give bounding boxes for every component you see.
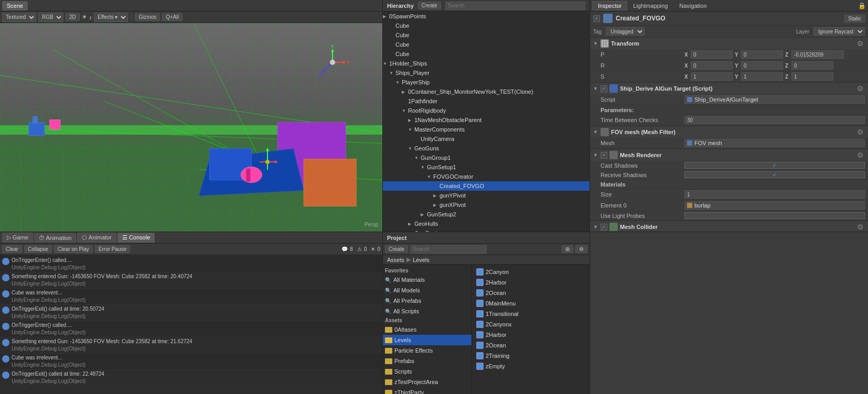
folder-particle-effects[interactable]: Particle Effects — [383, 345, 471, 356]
mesh-renderer-header[interactable]: ▼ ✓ Mesh Renderer ⚙ — [590, 149, 868, 161]
folder-all-models[interactable]: 🔍 All Models — [383, 285, 471, 296]
console-row-4[interactable]: OnTriggerExit() called at time: 20.50724… — [0, 305, 382, 321]
tree-item-navmesh[interactable]: ▶ 1NavMeshObstacleParent — [383, 115, 590, 125]
mesh-collider-header[interactable]: ▼ ✓ Mesh Collider ⚙ — [590, 221, 868, 232]
script-menu[interactable]: ⚙ — [856, 84, 865, 93]
transform-header[interactable]: ▼ Transform ⚙ — [590, 38, 868, 49]
folder-all-scripts[interactable]: 🔍 All Scripts — [383, 306, 471, 316]
scale-z-input[interactable] — [791, 72, 833, 81]
tree-item-geoguns[interactable]: ▼ GeoGuns — [383, 144, 590, 153]
hierarchy-search-input[interactable] — [445, 2, 585, 10]
script-enabled-checkbox[interactable]: ✓ — [601, 85, 607, 92]
tree-item-gunypivot[interactable]: ▶ gunYPivot — [383, 191, 590, 200]
object-enabled-checkbox[interactable]: ✓ — [593, 15, 600, 22]
tree-item-0spawnpoints[interactable]: ▶ 0SpawnPoints — [383, 12, 590, 21]
console-row-7[interactable]: Cube was irrelevent... UnityEngine.Debug… — [0, 354, 382, 370]
cast-shadows-checkbox[interactable] — [684, 162, 865, 169]
project-search-input[interactable] — [410, 245, 487, 254]
rot-x-input[interactable] — [691, 61, 733, 70]
pos-z-input[interactable] — [791, 50, 844, 59]
tree-item-pathfinder[interactable]: 1Pathfinder — [383, 96, 590, 106]
project-settings-btn[interactable]: ⚙ — [575, 245, 587, 253]
pos-x-input[interactable] — [691, 50, 733, 59]
gizmos-button[interactable]: Gizmos — [135, 13, 160, 21]
console-row-5[interactable]: OnTriggerEnter() called.... UnityEngine.… — [0, 321, 382, 337]
asset-0mainmenu[interactable]: 🌐 0MainMenu — [474, 298, 587, 309]
folder-all-prefabs[interactable]: 🔍 All Prefabs — [383, 296, 471, 306]
layer-select[interactable]: Ignore Raycast — [813, 27, 865, 36]
folder-all-materials[interactable]: 🔍 All Materials — [383, 275, 471, 285]
folder-0atlases[interactable]: 0Atlases — [383, 324, 471, 335]
clear-button[interactable]: Clear — [2, 245, 22, 253]
tree-item-rootrigidbody[interactable]: ▼ RootRigidbody — [383, 106, 590, 115]
folder-zthirdparty[interactable]: zThirdParty — [383, 387, 471, 394]
asset-2ocean[interactable]: 🌐 2Ocean — [474, 288, 587, 298]
tag-select[interactable]: Untagged — [606, 27, 645, 36]
tree-item-gunsetup2[interactable]: ▶ GunSetup2 — [383, 210, 590, 219]
tree-item-created-fovgo[interactable]: Created_FOVGO — [383, 181, 590, 191]
asset-zempty[interactable]: 🌐 zEmpty — [474, 361, 587, 371]
breadcrumb-assets[interactable]: Assets — [387, 257, 404, 263]
error-pause-button[interactable]: Error Pause — [95, 245, 130, 253]
hierarchy-create-button[interactable]: Create — [418, 2, 441, 9]
mesh-collider-enabled-checkbox[interactable]: ✓ — [601, 224, 607, 231]
static-button[interactable]: Static — [844, 15, 865, 23]
tree-item-ships-player[interactable]: ▼ Ships_Player — [383, 68, 590, 78]
mesh-renderer-enabled-checkbox[interactable]: ✓ — [601, 152, 607, 159]
transform-menu[interactable]: ⚙ — [856, 39, 865, 48]
console-row-3[interactable]: Cube was irrelevent... UnityEngine.Debug… — [0, 289, 382, 305]
game-tab[interactable]: ▷ Game — [2, 233, 33, 243]
folder-scripts[interactable]: Scripts — [383, 366, 471, 377]
animation-tab[interactable]: ⏱ Animation — [34, 233, 76, 243]
lock-icon[interactable]: 🔒 — [858, 2, 866, 9]
asset-2harbor[interactable]: 🌐 2Harbor — [474, 277, 587, 288]
mesh-collider-menu[interactable]: ⚙ — [856, 223, 865, 231]
console-row-8[interactable]: OnTriggerExit() called at time: 22.48724… — [0, 370, 382, 386]
asset-2harbor2[interactable]: 🌐 2Harbor — [474, 330, 587, 340]
2d-button[interactable]: 2D — [66, 13, 80, 21]
asset-2canyon[interactable]: 🌐 2Canyon — [474, 267, 587, 277]
mesh-filter-menu[interactable]: ⚙ — [856, 128, 865, 136]
rot-z-input[interactable] — [791, 61, 833, 70]
clear-on-play-button[interactable]: Clear on Play — [54, 245, 93, 253]
asset-2canyonx[interactable]: 🌐 2Canyonx — [474, 319, 587, 330]
navigation-tab[interactable]: Navigation — [673, 1, 712, 10]
tree-item-gunxpivot[interactable]: ▶ gunXPivot — [383, 200, 590, 210]
project-menu-btn[interactable]: ⊞ — [562, 245, 573, 253]
collapse-button[interactable]: Collapse — [24, 245, 52, 253]
scene-tab[interactable]: Scene — [2, 1, 28, 10]
console-row-2[interactable]: Something entered Gun: -1453650 FOV Mesh… — [0, 272, 382, 289]
rgb-select[interactable]: RGB — [38, 13, 63, 22]
inspector-tab[interactable]: Inspector — [592, 1, 627, 10]
tree-item-container[interactable]: ▶ 0Container_Ship_MonitorNewYork_TEST(Cl… — [383, 87, 590, 96]
tree-item-cube2[interactable]: Cube — [383, 30, 590, 40]
tree-item-cube4[interactable]: Cube — [383, 49, 590, 59]
tree-item-gungroup1[interactable]: ▼ GunGroup1 — [383, 153, 590, 162]
scene-viewport[interactable]: X Y Z Persp — [0, 23, 382, 232]
console-row-1[interactable]: OnTriggerEnter() called.... UnityEngine.… — [0, 256, 382, 272]
asset-2training[interactable]: 🌐 2Training — [474, 351, 587, 361]
mesh-filter-header[interactable]: ▼ FOV mesh (Mesh Filter) ⚙ — [590, 126, 868, 138]
scale-x-input[interactable] — [691, 72, 733, 81]
tree-item-fovgocreator[interactable]: ▼ FOVGOCreator — [383, 172, 590, 181]
lightmapping-tab[interactable]: Lightmapping — [627, 1, 673, 10]
asset-2ocean2[interactable]: 🌐 2Ocean — [474, 340, 587, 351]
size-input[interactable] — [684, 190, 865, 199]
scale-y-input[interactable] — [741, 72, 783, 81]
animator-tab[interactable]: ⬡ Animator — [77, 233, 116, 243]
tree-item-geohulls[interactable]: ▶ GeoHulls — [383, 219, 590, 228]
rot-y-input[interactable] — [741, 61, 783, 70]
console-tab[interactable]: ☰ Console — [117, 233, 155, 243]
folder-levels[interactable]: Levels — [383, 335, 471, 345]
effects-select[interactable]: Effects ▾ — [94, 13, 128, 22]
tree-item-playership[interactable]: ▼ PlayerShip — [383, 78, 590, 87]
mesh-renderer-menu[interactable]: ⚙ — [856, 151, 865, 159]
folder-prefabs[interactable]: Prefabs — [383, 356, 471, 366]
all-button[interactable]: Q+All — [162, 13, 183, 21]
tree-item-gunsetup1[interactable]: ▼ GunSetup1 — [383, 162, 590, 172]
receive-shadows-checkbox[interactable] — [684, 171, 865, 178]
tree-item-unitycamera[interactable]: UnityCamera — [383, 134, 590, 144]
script-header[interactable]: ▼ ✓ Ship_Derive AIGun Target (Script) ⚙ — [590, 83, 868, 94]
folder-ztestproject[interactable]: zTestProjectArea — [383, 377, 471, 387]
time-input[interactable] — [684, 116, 865, 124]
